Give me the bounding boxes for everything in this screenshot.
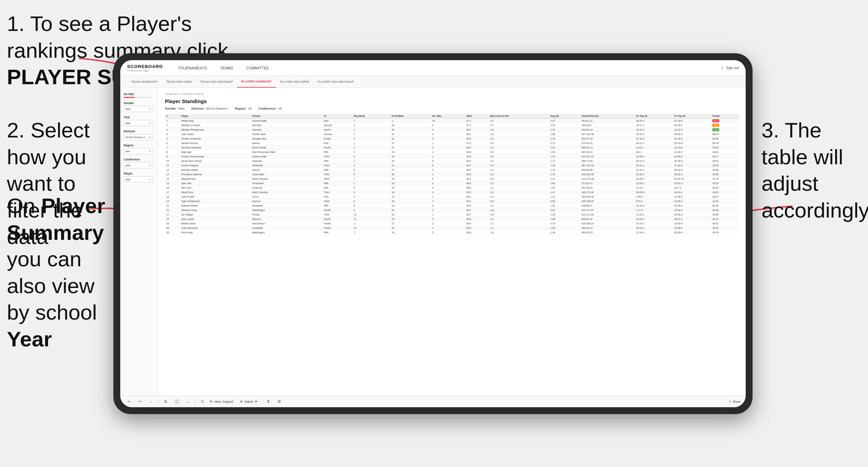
view-original[interactable]: 👁 View: Original xyxy=(210,400,233,403)
region-chevron-icon: ▼ xyxy=(149,150,151,153)
table-row: 5Christo LamprechtGeorgia TechFourth2212… xyxy=(165,136,739,141)
col-vs-top-25: Vs Top 25 xyxy=(635,114,673,119)
table-row: 16Alex GoffKentuckyFifth919068.3-1.71.92… xyxy=(165,186,739,190)
gender-chevron-icon: ▼ xyxy=(149,108,151,110)
table-row: 11Gordon SargentVanderbiltThird421068.7-… xyxy=(165,163,739,168)
table-row: 3Michael ThorbjornsenStanfordFourth24406… xyxy=(165,127,739,132)
table-row: 7Nicholas GabrelcikNorth FloridaFourth12… xyxy=(165,145,739,150)
sidebar-year-label: Year xyxy=(124,115,154,119)
col-no-rds: No. Rds. xyxy=(431,114,465,119)
table-row: 6Jackson KoivunAuburnFirst127167.3-2.02.… xyxy=(165,141,739,145)
sidebar-no-rds-slider[interactable] xyxy=(124,97,151,98)
clock-icon[interactable]: ⊙ xyxy=(199,398,206,405)
table-row: 12Brendan ValdesAuburnFifth527068.4-1.11… xyxy=(165,168,739,172)
filter-gender: Gender: Men xyxy=(165,107,185,110)
division-chevron-icon: ▼ xyxy=(149,136,151,138)
sidebar-player-select[interactable]: (All) ▼ xyxy=(124,176,153,182)
subnav-team-h2h-grid[interactable]: TEAM H2H GRID xyxy=(162,76,196,88)
paste-icon[interactable]: ⬜ xyxy=(173,398,180,405)
logo-title: SCOREBOARD xyxy=(127,64,163,69)
subnav-team-summary[interactable]: TEAM SUMMARY xyxy=(127,76,162,88)
watch-chevron: ▼ xyxy=(255,400,258,403)
table-row: 17David FordNorth CarolinaThird918069.0-… xyxy=(165,190,739,194)
nav-tournaments[interactable]: TOURNAMENTS xyxy=(177,60,209,76)
col-reg-rank: Reg Rank xyxy=(352,114,390,119)
subnav-player-h2h-heatmap[interactable]: PLAYER H2H HEATMAP xyxy=(313,76,358,88)
sidebar: No Rds. Gender Men ▼ Year (All) ▼ Divisi… xyxy=(120,88,158,396)
sidebar-division-select[interactable]: NCAA Division I ▼ xyxy=(124,134,153,140)
table-row: 2Michael Le SassoOle MissSecond118067.1-… xyxy=(165,123,739,127)
eye-icon: 👁 xyxy=(210,400,213,403)
table-row: 26Petr HrubyWashingtonFifth725068.6-1.81… xyxy=(165,230,739,235)
table-row: 24Bastien AmatNew MexicoFourth127269.4-1… xyxy=(165,221,739,226)
table-row: 25Cole SherwoodVanderbiltFourth1223169.3… xyxy=(165,226,739,230)
nav-bar: SCOREBOARD Powered by clippi TOURNAMENTS… xyxy=(120,60,746,76)
download-icon[interactable]: ⬇ xyxy=(264,398,272,405)
nav-items: TOURNAMENTS TEAMS COMMITTEE xyxy=(177,60,722,76)
player-standings-table: # Player School Yr Reg Rank Conf Rank No… xyxy=(165,114,739,235)
nav-logo: SCOREBOARD Powered by clippi xyxy=(127,64,163,72)
nav-right: | Sign out xyxy=(722,66,739,70)
table-row: 15Jake HallTennesseeFifth718068.5-1.51.6… xyxy=(165,181,739,186)
year-chevron-icon: ▼ xyxy=(149,122,151,124)
logo-subtitle: Powered by clippi xyxy=(127,69,163,72)
table-row: 14Maxwell FordNorth CarolinaThird722069.… xyxy=(165,177,739,181)
tablet-screen: SCOREBOARD Powered by clippi TOURNAMENTS… xyxy=(120,60,746,407)
col-overall-record: Overall Record xyxy=(580,114,635,119)
nav-teams[interactable]: TEAMS xyxy=(219,60,235,76)
nav-pipe: | xyxy=(722,66,723,70)
sub-nav: TEAM SUMMARY TEAM H2H GRID TEAM H2H HEAT… xyxy=(120,76,746,88)
update-time: Update time: 27/03/2024 16:56:26 xyxy=(165,92,739,96)
col-wins: Wins xyxy=(465,114,489,119)
col-yr: Yr xyxy=(322,114,352,119)
redo-icon[interactable]: ↪ xyxy=(136,398,144,405)
col-rank: # xyxy=(165,114,180,119)
undo-icon[interactable]: ↩ xyxy=(125,398,133,405)
watch-button[interactable]: 👁 Watch ▼ xyxy=(240,400,257,403)
separator-2 xyxy=(195,399,195,404)
main-content: No Rds. Gender Men ▼ Year (All) ▼ Divisi… xyxy=(120,88,746,396)
sidebar-conference-label: Conference xyxy=(124,158,154,161)
table-row: 8Mats EgeEast Tennessee StateFifth124268… xyxy=(165,150,739,154)
table-row: 4Luke ClatonFlorida StateSecond127068.2-… xyxy=(165,132,739,136)
table-row: 20Matthew RiedelVanderbiltFifth518069.5-… xyxy=(165,203,739,208)
filter-row: Gender: Men Division: NCAA Division I Re… xyxy=(165,107,739,110)
nav-committee[interactable]: COMMITTEE xyxy=(245,60,270,76)
subnav-player-h2h-grid[interactable]: PLAYER H2H GRID xyxy=(276,76,313,88)
slider-fill xyxy=(124,97,135,98)
dash-icon[interactable]: — xyxy=(184,398,191,405)
sidebar-player-label: Player xyxy=(124,172,154,175)
instruction-4: On Player Summary you can also view by s… xyxy=(7,192,107,352)
filter-conference: Conference: All xyxy=(258,107,282,110)
sidebar-no-rds-label: No Rds. xyxy=(124,92,154,96)
col-school: School xyxy=(251,114,322,119)
table-row: 13Phichaksn MaichonTexas A&MThird630169.… xyxy=(165,172,739,177)
sidebar-region-select[interactable]: N/A ▼ xyxy=(124,148,153,154)
col-conf-rank: Conf Rank xyxy=(390,114,431,119)
subnav-player-summary[interactable]: PLAYER SUMMARY xyxy=(237,76,276,88)
bottom-toolbar: ↩ ↪ ‹ ⧉ ⬜ — ⊙ 👁 View: Original 👁 Watch ▼… xyxy=(120,396,746,407)
table-row: 10Jacob Skov-OlesenArkansasFifth123068.4… xyxy=(165,159,739,163)
share-button[interactable]: ↗ Share xyxy=(728,400,741,403)
conference-chevron-icon: ▼ xyxy=(149,164,151,167)
sidebar-gender-label: Gender xyxy=(124,101,154,105)
sidebar-gender-select[interactable]: Men ▼ xyxy=(124,106,153,112)
back-icon[interactable]: ‹ xyxy=(147,398,155,405)
col-player: Player xyxy=(180,114,251,119)
subnav-team-h2h-heatmap[interactable]: TEAM H2H HEATMAP xyxy=(196,76,237,88)
sign-out-link[interactable]: Sign out xyxy=(726,66,739,70)
share-icon: ↗ xyxy=(728,400,731,403)
tablet-device: SCOREBOARD Powered by clippi TOURNAMENTS… xyxy=(113,53,753,414)
copy-icon[interactable]: ⧉ xyxy=(162,398,169,405)
table-row: 21Taehoon SongWashingtonFourth423169.2-1… xyxy=(165,208,739,212)
col-points: Points xyxy=(711,114,739,119)
sidebar-region-label: Region xyxy=(124,144,154,147)
grid-icon[interactable]: ⊞ xyxy=(275,398,283,405)
sidebar-year-select[interactable]: (All) ▼ xyxy=(124,120,153,126)
table-row: 23Jack LundinMissouriFourth1124068.6-2.3… xyxy=(165,217,739,221)
col-avg-sg: Avg SG xyxy=(549,114,580,119)
col-vs-top-50: Vs Top 50 xyxy=(673,114,711,119)
watch-icon: 👁 xyxy=(240,400,243,403)
sidebar-conference-select[interactable]: (All) ▼ xyxy=(124,162,153,168)
table-row: 22Ian GilliganFloridaThird1024168.7-0.91… xyxy=(165,212,739,217)
